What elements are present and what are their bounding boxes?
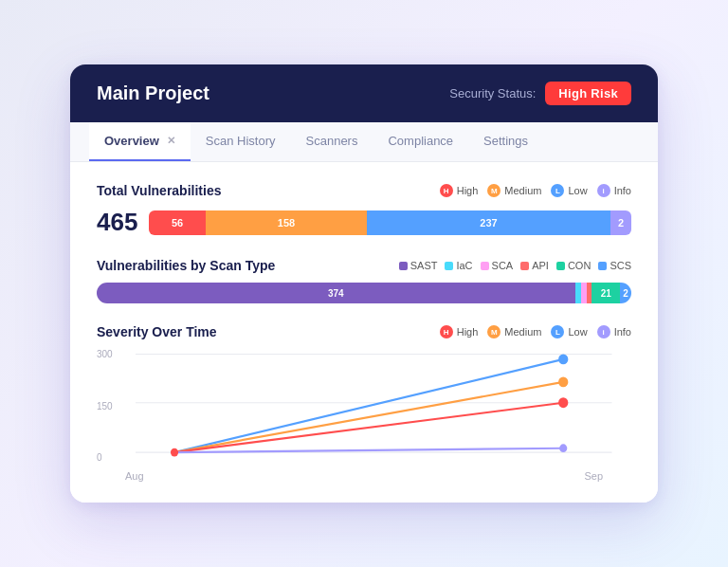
scan-legend-con: CON xyxy=(556,260,591,271)
sev-legend-info-label: Info xyxy=(614,326,631,338)
legend-medium: M Medium xyxy=(487,184,541,197)
high-risk-badge: High Risk xyxy=(545,82,631,105)
sev-legend-info-dot: i xyxy=(597,325,610,338)
legend-medium-label: Medium xyxy=(504,185,541,196)
vuln-bar-row: 465 56 158 237 2 xyxy=(97,208,631,237)
tab-settings[interactable]: Settings xyxy=(468,122,543,161)
scan-dot-sast xyxy=(399,262,408,270)
tab-scan-history[interactable]: Scan History xyxy=(191,122,291,161)
dot-high-start xyxy=(171,448,178,457)
chart-line-info xyxy=(174,448,563,452)
tab-overview-label: Overview xyxy=(104,134,159,148)
scan-type-header: Vulnerabilities by Scan Type SAST IaC SC… xyxy=(97,258,631,273)
dot-low-end xyxy=(558,354,568,364)
tab-overview-close[interactable]: ✕ xyxy=(167,135,175,147)
tab-settings-label: Settings xyxy=(483,134,528,148)
severity-header: Severity Over Time H High M Medium L Low xyxy=(97,324,631,339)
sev-legend-high-dot: H xyxy=(440,325,453,338)
bar-low: 237 xyxy=(367,210,610,235)
total-vuln-header: Total Vulnerabilities H High M Medium L … xyxy=(97,183,631,198)
chart-line-medium xyxy=(174,382,563,452)
scan-dot-iac xyxy=(445,262,453,270)
bar-medium: 158 xyxy=(206,210,367,235)
legend-low: L Low xyxy=(551,184,587,197)
total-vuln-legend: H High M Medium L Low i Info xyxy=(440,184,631,197)
scan-dot-con xyxy=(556,262,565,270)
main-card: Main Project Security Status: High Risk … xyxy=(70,64,658,503)
x-label-aug: Aug xyxy=(125,470,144,482)
chart-svg xyxy=(97,349,631,463)
y-label-300: 300 xyxy=(97,349,113,359)
scan-bar-sast: 374 xyxy=(97,283,575,303)
sev-legend-low-dot: L xyxy=(551,325,564,338)
dot-medium-end xyxy=(558,376,568,387)
scan-legend-sca: SCA xyxy=(481,260,514,271)
severity-chart: 300 150 0 xyxy=(97,349,631,463)
scan-type-legend: SAST IaC SCA API xyxy=(399,260,631,271)
scan-dot-sca xyxy=(481,262,489,270)
severity-over-time-section: Severity Over Time H High M Medium L Low xyxy=(97,324,631,463)
legend-info: i Info xyxy=(597,184,631,197)
tab-compliance[interactable]: Compliance xyxy=(373,122,468,161)
security-status-area: Security Status: High Risk xyxy=(449,82,631,105)
content-area: Total Vulnerabilities H High M Medium L … xyxy=(70,162,658,503)
header: Main Project Security Status: High Risk xyxy=(70,64,658,122)
scan-legend-iac: IaC xyxy=(445,260,472,271)
total-vulnerabilities-section: Total Vulnerabilities H High M Medium L … xyxy=(97,183,631,237)
dot-high-end xyxy=(558,397,568,408)
tab-scanners[interactable]: Scanners xyxy=(291,122,373,161)
scan-label-con: CON xyxy=(568,260,591,271)
legend-low-label: Low xyxy=(568,185,587,196)
sev-legend-medium-label: Medium xyxy=(504,326,541,338)
tab-scan-history-label: Scan History xyxy=(206,134,276,148)
scan-label-sca: SCA xyxy=(492,260,514,271)
tab-overview[interactable]: Overview ✕ xyxy=(89,122,191,161)
security-status-label: Security Status: xyxy=(449,86,536,101)
total-vuln-title: Total Vulnerabilities xyxy=(97,183,221,198)
legend-high-label: High xyxy=(457,185,479,196)
sev-legend-high-label: High xyxy=(457,326,479,338)
legend-high-dot: H xyxy=(440,184,453,197)
bar-high: 56 xyxy=(149,210,206,235)
sev-legend-info: i Info xyxy=(597,325,631,338)
scan-type-section: Vulnerabilities by Scan Type SAST IaC SC… xyxy=(97,258,631,303)
severity-title: Severity Over Time xyxy=(97,324,217,339)
scan-type-title: Vulnerabilities by Scan Type xyxy=(97,258,275,273)
tab-compliance-label: Compliance xyxy=(388,134,453,148)
chart-x-labels: Aug Sep xyxy=(97,470,631,482)
legend-info-dot: i xyxy=(597,184,610,197)
chart-line-high xyxy=(174,403,563,452)
sev-legend-high: H High xyxy=(440,325,479,338)
sev-legend-medium: M Medium xyxy=(487,325,541,338)
scan-legend-scs: SCS xyxy=(598,260,631,271)
sev-legend-low-label: Low xyxy=(568,326,587,338)
sev-legend-low: L Low xyxy=(551,325,587,338)
legend-high: H High xyxy=(440,184,479,197)
scan-label-iac: IaC xyxy=(456,260,472,271)
scan-bar: 374 21 2 xyxy=(97,283,631,303)
y-label-0: 0 xyxy=(97,452,113,463)
scan-label-scs: SCS xyxy=(610,260,631,271)
scan-dot-scs xyxy=(598,262,607,270)
legend-info-label: Info xyxy=(614,185,631,196)
chart-line-low xyxy=(174,359,563,452)
vuln-total-count: 465 xyxy=(97,208,139,237)
y-label-150: 150 xyxy=(97,401,113,412)
tab-scanners-label: Scanners xyxy=(306,134,358,148)
legend-low-dot: L xyxy=(551,184,564,197)
legend-medium-dot: M xyxy=(487,184,500,197)
vuln-bar: 56 158 237 2 xyxy=(149,210,631,235)
scan-label-api: API xyxy=(532,260,549,271)
project-title: Main Project xyxy=(97,82,209,104)
chart-y-labels: 300 150 0 xyxy=(97,349,113,463)
severity-legend: H High M Medium L Low i Info xyxy=(440,325,631,338)
dot-info-end xyxy=(559,444,567,452)
scan-bar-con: 21 xyxy=(592,283,620,303)
scan-legend-api: API xyxy=(520,260,549,271)
sev-legend-medium-dot: M xyxy=(487,325,500,338)
scan-legend-sast: SAST xyxy=(399,260,438,271)
scan-label-sast: SAST xyxy=(410,260,438,271)
tab-bar: Overview ✕ Scan History Scanners Complia… xyxy=(70,122,658,162)
scan-bar-scs: 2 xyxy=(620,283,631,303)
bar-info: 2 xyxy=(610,210,631,235)
